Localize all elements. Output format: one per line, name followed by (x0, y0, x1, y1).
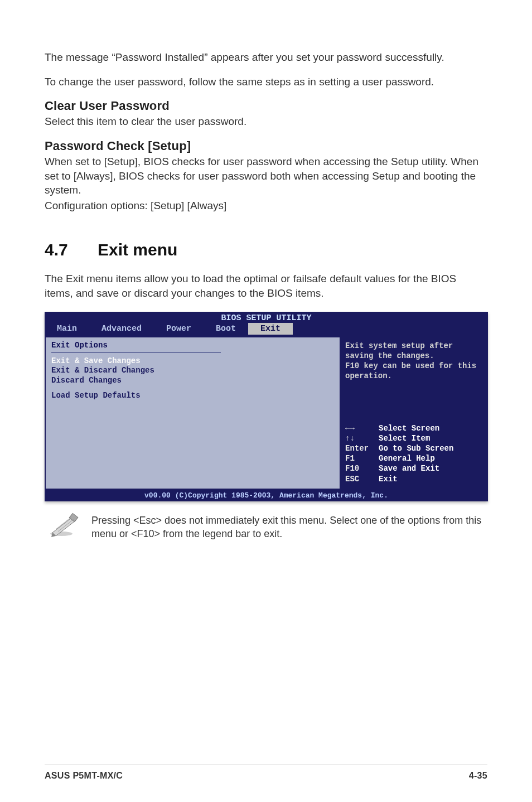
bios-item-discard: Discard Changes (51, 376, 334, 386)
bios-item-load-defaults: Load Setup Defaults (51, 391, 334, 401)
bios-screenshot: BIOS SETUP UTILITY Main Advanced Power B… (45, 312, 488, 501)
exit-menu-intro: The Exit menu items allow you to load th… (45, 272, 487, 300)
bios-body: Exit Options Exit & Save Changes Exit & … (45, 336, 488, 490)
page-footer: ASUS P5MT-MX/C 4-35 (45, 765, 487, 781)
bios-key-f10: F10 (345, 463, 379, 474)
intro-paragraph-1: The message “Password Installed” appears… (45, 50, 487, 65)
footer-page-number: 4-35 (469, 771, 487, 781)
bios-key-arrows-lr: ←→ (345, 423, 379, 433)
bios-key-f1: F1 (345, 453, 379, 463)
password-check-body-1: When set to [Setup], BIOS checks for use… (45, 154, 487, 197)
footer-product: ASUS P5MT-MX/C (45, 771, 123, 781)
note-text: Pressing <Esc> does not immediately exit… (91, 513, 487, 541)
bios-help-text: Exit system setup after saving the chang… (345, 341, 482, 381)
bios-key-desc-save-exit: Save and Exit (379, 463, 439, 474)
bios-key-legend: ←→Select Screen ↑↓Select Item EnterGo to… (345, 423, 482, 484)
bios-left-panel: Exit Options Exit & Save Changes Exit & … (45, 336, 340, 490)
bios-divider (51, 352, 221, 353)
heading-exit-menu: 4.7Exit menu (45, 240, 487, 259)
svg-line-5 (58, 519, 74, 532)
bios-tab-boot: Boot (204, 323, 248, 335)
bios-tab-power: Power (154, 323, 204, 335)
bios-tab-main: Main (45, 323, 89, 335)
section-title: Exit menu (98, 240, 177, 259)
clear-user-password-body: Select this item to clear the user passw… (45, 114, 487, 129)
bios-key-desc-help: General Help (379, 453, 435, 463)
bios-title: BIOS SETUP UTILITY (45, 312, 488, 323)
bios-menubar: Main Advanced Power Boot Exit (45, 323, 488, 336)
heading-password-check: Password Check [Setup] (45, 139, 487, 153)
section-number: 4.7 (45, 240, 98, 259)
bios-panel-title: Exit Options (51, 341, 334, 350)
note-block: Pressing <Esc> does not immediately exit… (45, 513, 487, 541)
bios-item-exit-save: Exit & Save Changes (51, 356, 334, 366)
bios-key-desc-exit: Exit (379, 474, 398, 484)
intro-paragraph-2: To change the user password, follow the … (45, 75, 487, 89)
bios-key-desc-select-item: Select Item (379, 433, 430, 443)
bios-copyright: v00.00 (C)Copyright 1985-2003, American … (45, 490, 488, 501)
bios-item-exit-discard: Exit & Discard Changes (51, 366, 334, 376)
bios-key-desc-select-screen: Select Screen (379, 423, 439, 433)
bios-tab-exit: Exit (248, 323, 293, 335)
password-check-body-2: Configuration options: [Setup] [Always] (45, 199, 487, 213)
bios-right-panel: Exit system setup after saving the chang… (340, 336, 488, 490)
bios-key-desc-sub-screen: Go to Sub Screen (379, 443, 453, 453)
heading-clear-user-password: Clear User Password (45, 99, 487, 113)
pencil-icon (48, 513, 81, 537)
bios-key-arrows-ud: ↑↓ (345, 433, 379, 443)
bios-tab-advanced: Advanced (89, 323, 154, 335)
bios-key-enter: Enter (345, 443, 379, 453)
bios-key-esc: ESC (345, 474, 379, 484)
